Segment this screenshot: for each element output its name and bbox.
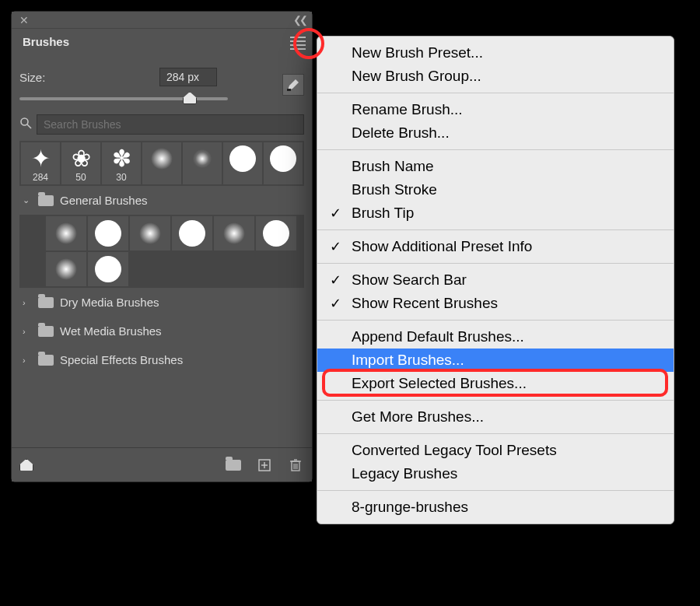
folder-label: Dry Media Brushes — [60, 296, 159, 309]
flyout-menu: New Brush Preset...New Brush Group...Ren… — [317, 36, 674, 524]
collapse-icon[interactable]: ❮❮ — [293, 14, 306, 26]
folder-row[interactable]: ›Wet Media Brushes — [19, 317, 304, 345]
menu-item[interactable]: 8-grunge-brushes — [317, 496, 674, 519]
new-group-button[interactable] — [225, 457, 242, 473]
folder-label: Special Effects Brushes — [60, 353, 183, 366]
menu-item[interactable]: Append Default Brushes... — [317, 325, 674, 349]
menu-item[interactable]: Brush Name — [317, 155, 674, 178]
folder-label: Wet Media Brushes — [60, 324, 162, 338]
search-icon — [19, 117, 32, 132]
folder-label: General Brushes — [60, 194, 148, 207]
close-icon[interactable]: ✕ — [19, 14, 29, 26]
recent-brushes-row: ✦284❀50✽30 — [19, 141, 304, 186]
brush-thumbnail[interactable] — [264, 142, 303, 184]
folder-icon — [38, 297, 54, 308]
brush-thumbnail[interactable] — [88, 252, 128, 286]
delete-button[interactable] — [287, 457, 304, 473]
chevron-right-icon: › — [23, 327, 32, 336]
brush-thumbnail[interactable] — [256, 216, 296, 250]
menu-separator — [317, 400, 674, 401]
search-input[interactable] — [37, 114, 304, 135]
folder-icon — [38, 355, 54, 366]
folder-icon — [38, 326, 54, 337]
menu-item[interactable]: New Brush Preset... — [317, 41, 674, 65]
chevron-right-icon: › — [23, 298, 32, 307]
chevron-down-icon: ⌄ — [23, 195, 32, 205]
menu-separator — [317, 93, 674, 93]
size-label: Size: — [19, 71, 152, 84]
size-slider[interactable] — [19, 89, 282, 107]
brush-thumbnail[interactable] — [46, 252, 86, 286]
brush-thumbnail[interactable] — [172, 216, 212, 250]
menu-item[interactable]: Import Brushes... — [317, 349, 674, 372]
menu-item[interactable]: Show Search Bar — [317, 268, 674, 292]
menu-separator — [317, 433, 674, 434]
brush-thumbnail[interactable]: ❀50 — [61, 142, 100, 184]
menu-item[interactable]: Show Additional Preset Info — [317, 235, 674, 258]
menu-separator — [317, 263, 674, 264]
panel-bottom-bar — [12, 447, 312, 482]
menu-separator — [317, 149, 674, 150]
svg-rect-0 — [287, 89, 291, 91]
brush-thumbnail[interactable] — [214, 216, 254, 250]
brush-edit-button[interactable] — [282, 74, 304, 96]
general-brushes-grid — [19, 215, 304, 288]
svg-line-2 — [27, 124, 31, 128]
brush-thumbnail[interactable] — [223, 142, 262, 184]
menu-item[interactable]: Show Recent Brushes — [317, 292, 674, 315]
brush-thumbnail[interactable] — [130, 216, 170, 250]
menu-item[interactable]: Rename Brush... — [317, 98, 674, 121]
menu-item[interactable]: Brush Tip — [317, 201, 674, 225]
thumbnail-size-slider[interactable] — [19, 459, 33, 471]
folder-icon — [38, 195, 54, 206]
folder-general-brushes[interactable]: ⌄ General Brushes — [19, 186, 304, 215]
menu-separator — [317, 229, 674, 230]
menu-separator — [317, 490, 674, 491]
tab-brushes[interactable]: Brushes — [12, 30, 80, 54]
folder-row[interactable]: ›Special Effects Brushes — [19, 345, 304, 374]
menu-item[interactable]: New Brush Group... — [317, 65, 674, 88]
brush-thumbnail[interactable]: ✦284 — [21, 142, 60, 184]
menu-item[interactable]: Legacy Brushes — [317, 462, 674, 485]
brush-thumbnail[interactable] — [183, 142, 222, 184]
folder-row[interactable]: ›Dry Media Brushes — [19, 288, 304, 317]
panel-topbar: ✕ ❮❮ — [12, 12, 312, 29]
menu-item[interactable]: Export Selected Brushes... — [317, 372, 674, 395]
tab-row: Brushes — [12, 29, 312, 54]
brush-thumbnail[interactable] — [88, 216, 128, 250]
menu-item[interactable]: Brush Stroke — [317, 178, 674, 201]
menu-item[interactable]: Get More Brushes... — [317, 405, 674, 429]
new-preset-button[interactable] — [256, 457, 273, 473]
chevron-right-icon: › — [23, 356, 32, 365]
menu-item[interactable]: Converted Legacy Tool Presets — [317, 439, 674, 462]
svg-point-1 — [21, 118, 28, 125]
brushes-panel: ✕ ❮❮ Brushes Size: — [11, 11, 313, 482]
flyout-menu-icon[interactable] — [290, 34, 306, 47]
brush-thumbnail[interactable] — [46, 216, 86, 250]
size-input[interactable] — [159, 68, 217, 86]
brush-thumbnail[interactable]: ✽30 — [102, 142, 141, 184]
menu-item[interactable]: Delete Brush... — [317, 121, 674, 145]
menu-separator — [317, 320, 674, 321]
brush-thumbnail[interactable] — [142, 142, 181, 184]
slider-thumb-icon[interactable] — [183, 92, 197, 104]
